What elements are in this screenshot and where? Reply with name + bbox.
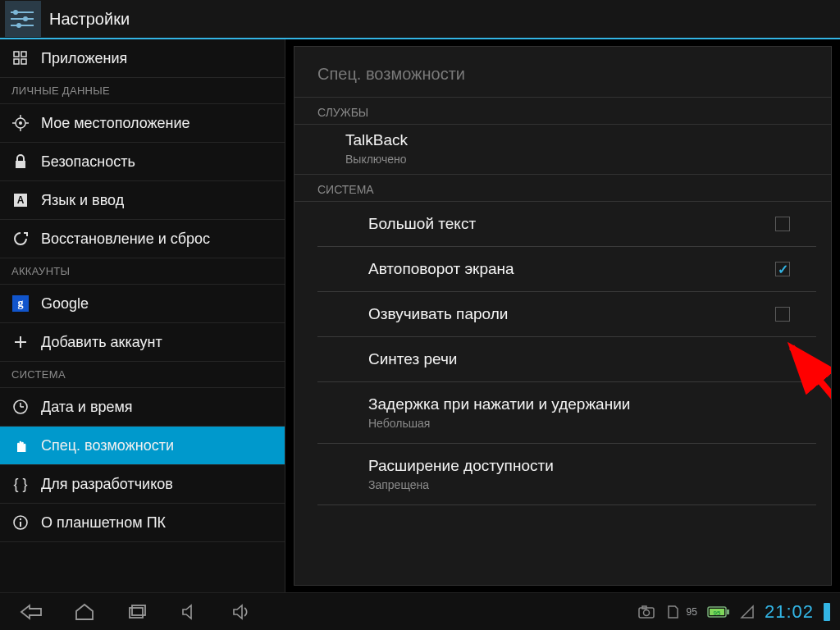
row-large-text[interactable]: Большой текст <box>317 202 816 247</box>
sidebar-item-add-account[interactable]: Добавить аккаунт <box>0 323 285 362</box>
volume-up-button[interactable] <box>218 597 266 627</box>
svg-point-25 <box>20 518 21 520</box>
sidebar-header-system: СИСТЕМА <box>0 362 285 388</box>
recents-button[interactable] <box>113 597 161 627</box>
home-button[interactable] <box>61 597 108 627</box>
sidebar-item-developer[interactable]: { } Для разработчиков <box>0 465 285 504</box>
signal-status-icon <box>740 605 755 619</box>
battery-percent: 95 <box>687 606 697 618</box>
sidebar-item-label: Мое местоположение <box>41 115 190 132</box>
system-navbar: 95 95 21:02 <box>0 592 840 630</box>
svg-rect-6 <box>14 52 19 57</box>
large-text-checkbox[interactable] <box>775 217 790 231</box>
row-accessibility-ext[interactable]: Расширение доступности Запрещена <box>317 444 816 505</box>
sidebar-item-accessibility[interactable]: Спец. возможности <box>0 427 285 465</box>
sidebar-item-label: Восстановление и сброс <box>41 231 210 248</box>
svg-text:A: A <box>17 194 25 206</box>
svg-point-32 <box>643 609 649 615</box>
sidebar-item-label: Приложения <box>41 50 127 67</box>
sidebar-item-label: Безопасность <box>41 153 135 171</box>
row-touch-delay[interactable]: Задержка при нажатии и удержании Небольш… <box>317 382 816 444</box>
sidebar-header-accounts: АККАУНТЫ <box>0 258 285 285</box>
pane-title: Спец. возможности <box>294 47 831 98</box>
apps-icon <box>11 49 30 67</box>
accessibility-ext-value: Запрещена <box>368 478 793 491</box>
settings-sidebar: Приложения ЛИЧНЫЕ ДАННЫЕ Мое местоположе… <box>0 39 285 592</box>
auto-rotate-checkbox[interactable] <box>775 262 790 276</box>
sidebar-item-label: Добавить аккаунт <box>41 334 162 351</box>
touch-delay-value: Небольшая <box>368 417 793 430</box>
clock-icon <box>11 398 30 416</box>
accessibility-ext-label: Расширение доступности <box>368 457 793 475</box>
section-system: СИСТЕМА <box>294 175 831 202</box>
sidebar-item-apps[interactable]: Приложения <box>0 39 285 78</box>
svg-rect-16 <box>16 161 25 168</box>
screen-title: Настройки <box>49 10 130 29</box>
sidebar-item-label: Для разработчиков <box>41 476 173 493</box>
info-icon <box>11 514 30 532</box>
back-button[interactable] <box>8 597 56 627</box>
lock-icon <box>11 153 30 171</box>
sidebar-item-location[interactable]: Мое местоположение <box>0 104 285 143</box>
sidebar-item-security[interactable]: Безопасность <box>0 143 285 181</box>
clock[interactable]: 21:02 <box>765 601 814 623</box>
svg-text:95: 95 <box>713 609 720 617</box>
svg-rect-8 <box>14 59 19 64</box>
row-talkback[interactable]: TalkBack Выключено <box>294 125 831 175</box>
touch-delay-label: Задержка при нажатии и удержании <box>368 395 793 413</box>
hand-icon <box>11 436 30 454</box>
talkback-status: Выключено <box>345 153 808 166</box>
sidebar-item-label: О планшетном ПК <box>41 514 166 532</box>
row-tts[interactable]: Синтез речи <box>317 337 816 382</box>
section-services: СЛУЖБЫ <box>294 98 831 125</box>
sidebar-item-backup-reset[interactable]: Восстановление и сброс <box>0 220 285 258</box>
auto-rotate-label: Автоповорот экрана <box>368 260 775 278</box>
google-icon: g <box>11 294 30 313</box>
large-text-label: Большой текст <box>368 215 775 233</box>
battery-bar-icon <box>824 603 830 621</box>
refresh-icon <box>11 230 30 248</box>
battery-icon: 95 <box>707 605 730 619</box>
plus-icon <box>11 333 30 351</box>
location-icon <box>11 114 30 132</box>
sidebar-item-label: Спец. возможности <box>41 437 174 454</box>
row-auto-rotate[interactable]: Автоповорот экрана <box>317 247 816 292</box>
sidebar-item-label: Дата и время <box>41 399 133 416</box>
sidebar-item-language[interactable]: A Язык и ввод <box>0 181 285 220</box>
svg-rect-36 <box>727 609 729 614</box>
speak-passwords-checkbox[interactable] <box>775 307 790 322</box>
sidebar-item-datetime[interactable]: Дата и время <box>0 388 285 427</box>
language-icon: A <box>11 191 30 209</box>
sidebar-item-google[interactable]: g Google <box>0 285 285 323</box>
svg-rect-7 <box>21 52 26 57</box>
accessibility-pane: Спец. возможности СЛУЖБЫ TalkBack Выключ… <box>294 46 832 586</box>
settings-app-icon <box>5 1 41 37</box>
sidebar-item-label: Google <box>41 295 89 313</box>
svg-point-11 <box>19 121 22 125</box>
talkback-label: TalkBack <box>345 131 808 149</box>
sidebar-item-label: Язык и ввод <box>41 192 124 209</box>
volume-down-button[interactable] <box>166 597 213 627</box>
braces-icon: { } <box>11 475 30 493</box>
camera-status-icon <box>637 605 655 619</box>
row-speak-passwords[interactable]: Озвучивать пароли <box>317 292 816 337</box>
sdcard-status-icon <box>665 605 680 619</box>
sidebar-item-about[interactable]: О планшетном ПК <box>0 504 285 542</box>
sidebar-header-personal: ЛИЧНЫЕ ДАННЫЕ <box>0 78 285 104</box>
svg-rect-9 <box>21 59 26 64</box>
speak-passwords-label: Озвучивать пароли <box>368 305 775 323</box>
tts-label: Синтез речи <box>368 350 793 368</box>
